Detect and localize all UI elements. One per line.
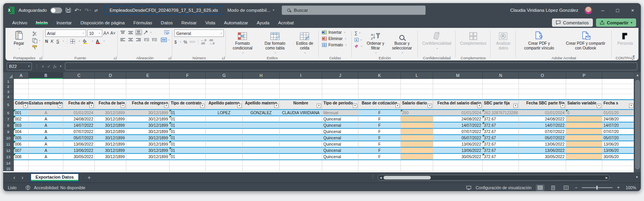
cell[interactable]: 30/12/1899 [126, 116, 170, 122]
cell[interactable] [206, 79, 243, 84]
cell[interactable] [401, 129, 433, 135]
scroll-right-icon[interactable]: ▶ [606, 176, 608, 179]
cell[interactable] [280, 166, 322, 171]
cell[interactable]: LOPEZ [206, 110, 243, 116]
format-as-table-button[interactable]: Dar formato como tabla▾ [258, 29, 292, 56]
table-header-cell[interactable]: Tipo de periodo▼ [322, 99, 358, 110]
cell[interactable]: 01 [170, 154, 206, 160]
cell[interactable] [602, 94, 634, 99]
page-layout-view-button[interactable] [549, 185, 557, 191]
cell[interactable] [63, 94, 95, 99]
cell[interactable]: 13/06/2022 [519, 148, 566, 154]
cell[interactable]: 30/12/1899 [126, 148, 170, 154]
cell[interactable] [243, 148, 280, 154]
cell[interactable]: 372.67 [483, 116, 519, 122]
cell[interactable]: 13/06/2022 [63, 148, 95, 154]
cut-button[interactable] [31, 31, 41, 37]
row-number[interactable]: 8 [3, 122, 14, 129]
cell[interactable] [95, 166, 126, 171]
ribbon-tab[interactable]: Fórmulas [129, 20, 157, 25]
column-header[interactable]: B [29, 72, 63, 79]
minimize-button[interactable]: – [598, 7, 607, 13]
filter-dropdown-icon[interactable]: ▼ [513, 104, 518, 108]
horizontal-scroll-thumb[interactable] [384, 176, 431, 179]
cell[interactable] [243, 122, 280, 129]
cell[interactable]: 30/12/1899 [126, 110, 170, 116]
cell[interactable] [95, 84, 126, 89]
cell[interactable]: Quincenal [322, 141, 358, 148]
cell[interactable] [280, 89, 322, 94]
cell[interactable] [126, 84, 170, 89]
cell[interactable]: 01 [170, 141, 206, 148]
column-header[interactable]: P [566, 72, 602, 79]
vertical-scroll-thumb[interactable] [635, 80, 640, 169]
cell[interactable] [170, 89, 206, 94]
ribbon-tab[interactable]: Insertar [52, 20, 76, 25]
cell[interactable] [29, 84, 63, 89]
cell[interactable] [358, 94, 401, 99]
cell[interactable] [519, 160, 566, 166]
cell[interactable] [433, 94, 483, 99]
display-settings-label[interactable]: Configuración de visualización [476, 185, 531, 190]
cell[interactable] [602, 166, 634, 171]
filter-dropdown-icon[interactable]: ▼ [353, 104, 357, 108]
row-number[interactable]: 2 [3, 84, 14, 89]
cell[interactable] [206, 94, 243, 99]
cell[interactable] [322, 94, 358, 99]
cell[interactable]: 01 [170, 116, 206, 122]
cell[interactable] [322, 84, 358, 89]
cell[interactable]: A [29, 110, 63, 116]
zoom-slider[interactable] [582, 187, 613, 188]
column-header[interactable]: E [126, 72, 170, 79]
cell[interactable]: 07/07/2022 [433, 129, 483, 135]
cell[interactable] [358, 89, 401, 94]
cell[interactable]: 250 [401, 110, 433, 116]
cell[interactable] [401, 79, 433, 84]
font-size-select[interactable]: 10▾ [87, 29, 102, 37]
document-title[interactable]: EmpleadosDesdeCFDI_20240709_17_51_23_625… [104, 5, 224, 15]
cell[interactable] [280, 122, 322, 129]
cell[interactable] [280, 79, 322, 84]
cell[interactable] [358, 160, 401, 166]
cell[interactable] [206, 116, 243, 122]
ribbon-tab[interactable]: Archivo [8, 20, 31, 25]
cell[interactable] [566, 154, 602, 160]
cell-styles-button[interactable]: Estilos de celda▾ [293, 29, 317, 56]
cell[interactable] [63, 79, 95, 84]
cell[interactable] [126, 94, 170, 99]
cell[interactable] [206, 84, 243, 89]
cell[interactable]: 008 [14, 154, 29, 160]
column-header[interactable]: K [358, 72, 401, 79]
cell[interactable] [322, 160, 358, 166]
cell[interactable]: Quincenal [322, 148, 358, 154]
cell[interactable] [206, 135, 243, 141]
cell[interactable] [206, 129, 243, 135]
cell[interactable] [602, 84, 634, 89]
increase-indent-button[interactable] [151, 37, 158, 43]
cell[interactable]: 30/12/1899 [95, 141, 126, 148]
autosum-button[interactable]: ∑▾ [354, 30, 363, 36]
cell[interactable] [63, 166, 95, 171]
cell[interactable] [483, 94, 519, 99]
cell[interactable] [29, 160, 63, 166]
cell[interactable]: 14/07/2022 [433, 122, 483, 129]
filter-dropdown-icon[interactable]: ▼ [317, 104, 321, 108]
cell[interactable] [280, 154, 322, 160]
cell[interactable] [358, 79, 401, 84]
cell[interactable]: 30/05/20 [602, 154, 634, 160]
cell[interactable] [483, 160, 519, 166]
cell[interactable] [519, 89, 566, 94]
column-header[interactable]: L [401, 72, 433, 79]
cell[interactable]: 05/07/2022 [433, 135, 483, 141]
close-button[interactable]: × [628, 7, 637, 13]
cell[interactable] [519, 84, 566, 89]
cell[interactable]: 24/08/20 [602, 116, 634, 122]
cell[interactable]: 30/12/1899 [126, 129, 170, 135]
align-right-button[interactable] [135, 37, 142, 43]
ribbon-tab[interactable]: Inicio [31, 20, 52, 25]
percent-style-button[interactable]: % [184, 40, 187, 44]
align-bottom-button[interactable] [135, 29, 142, 35]
cell[interactable]: 07/07/2022 [519, 129, 566, 135]
cell[interactable]: 01/01/2024 [519, 110, 566, 116]
number-dialog-launcher[interactable] [222, 57, 225, 59]
